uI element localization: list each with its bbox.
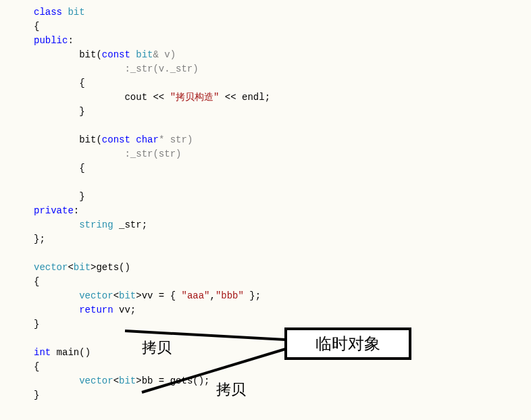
brace: }; bbox=[34, 234, 45, 244]
paren: ( bbox=[96, 49, 101, 60]
brace: { bbox=[34, 276, 39, 287]
main: main() bbox=[51, 347, 91, 358]
param: & v) bbox=[153, 49, 176, 60]
type-vector: vector bbox=[34, 262, 68, 273]
colon: : bbox=[68, 35, 73, 46]
endl: << endl; bbox=[225, 92, 270, 103]
type-bit: bit bbox=[136, 49, 153, 60]
string-literal: "拷贝构造" bbox=[164, 92, 225, 103]
gt: >vv = { bbox=[136, 290, 176, 301]
gt-call: >bb = gets(); bbox=[136, 375, 209, 386]
cout: cout << bbox=[124, 92, 164, 103]
ctor-name: bit bbox=[79, 134, 96, 145]
init-list: :_str(v._str) bbox=[124, 63, 198, 74]
param: * str) bbox=[159, 134, 193, 145]
kw-public: public bbox=[34, 35, 68, 46]
type-vector: vector bbox=[79, 290, 113, 301]
type-bit: bit bbox=[68, 7, 84, 18]
brace: } bbox=[34, 319, 39, 330]
type-vector: vector bbox=[79, 375, 113, 386]
ctor-name: bit bbox=[79, 49, 96, 60]
paren: ( bbox=[96, 134, 101, 145]
copy-label-1: 拷贝 bbox=[142, 336, 172, 359]
kw-int: int bbox=[34, 347, 51, 358]
comma: , bbox=[210, 290, 216, 301]
lt: < bbox=[68, 262, 73, 273]
kw-private: private bbox=[34, 205, 74, 216]
type-bit: bit bbox=[119, 290, 136, 301]
temp-object-box: 临时对象 bbox=[284, 327, 411, 360]
kw-const: const bbox=[102, 49, 130, 60]
copy-label-2: 拷贝 bbox=[216, 378, 246, 400]
temp-object-label: 临时对象 bbox=[315, 332, 380, 356]
brace: } bbox=[34, 390, 39, 400]
type-bit: bit bbox=[74, 262, 91, 273]
kw-return: return bbox=[79, 305, 113, 315]
string-literal: "bbb" bbox=[216, 290, 249, 301]
end: }; bbox=[249, 290, 261, 301]
return-val: vv; bbox=[113, 305, 136, 315]
lt: < bbox=[113, 290, 119, 301]
kw-class: class bbox=[34, 7, 62, 18]
brace: } bbox=[79, 191, 84, 202]
colon: : bbox=[74, 205, 79, 216]
brace: { bbox=[34, 361, 39, 372]
type-bit: bit bbox=[119, 375, 136, 386]
member: _str; bbox=[113, 219, 147, 230]
func-name: gets() bbox=[96, 262, 130, 273]
string-literal: "aaa" bbox=[176, 290, 209, 301]
init-list: :_str(str) bbox=[124, 149, 181, 159]
kw-const: const bbox=[102, 134, 130, 145]
brace: } bbox=[79, 106, 84, 117]
lt: < bbox=[113, 375, 119, 386]
type-string: string bbox=[79, 219, 113, 230]
brace: { bbox=[79, 78, 84, 88]
brace: { bbox=[79, 163, 84, 174]
kw-char: char bbox=[136, 134, 159, 145]
brace: { bbox=[34, 21, 39, 32]
